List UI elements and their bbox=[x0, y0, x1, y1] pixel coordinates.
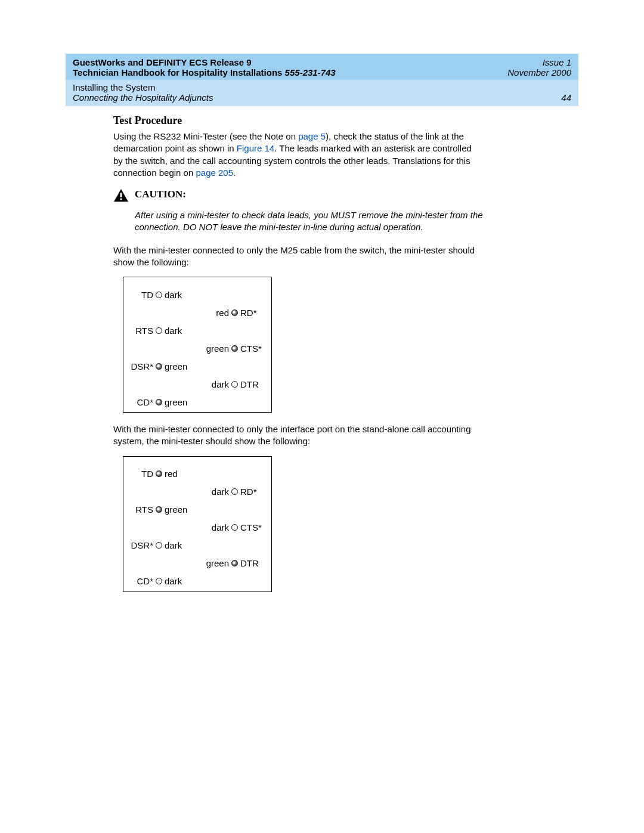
t1-r0-pin: RD* bbox=[240, 308, 265, 318]
svg-rect-1 bbox=[120, 193, 122, 197]
t2-left-0: TD red bbox=[129, 469, 195, 479]
led-icon bbox=[156, 399, 162, 405]
t2-l1-state: green bbox=[165, 504, 187, 515]
t1-l3-pin: CD* bbox=[129, 397, 153, 407]
t2-r1-pin: CTS* bbox=[240, 522, 265, 532]
title-line1: GuestWorks and DEFINITY ECS Release 9 bbox=[73, 57, 336, 67]
title-line2: Technician Handbook for Hospitality Inst… bbox=[73, 67, 336, 78]
t2-l2-state: dark bbox=[165, 540, 182, 550]
t2-r0-pin: RD* bbox=[240, 487, 265, 497]
banner-top: GuestWorks and DEFINITY ECS Release 9 Te… bbox=[66, 54, 578, 80]
caution-icon bbox=[113, 188, 129, 205]
intro-paragraph: Using the RS232 Mini-Tester (see the Not… bbox=[113, 131, 483, 179]
t1-left-1: RTS dark bbox=[129, 326, 195, 336]
t2-l3-pin: CD* bbox=[129, 576, 153, 586]
para1-d: . bbox=[233, 168, 236, 178]
link-page-205[interactable]: page 205 bbox=[196, 168, 233, 178]
led-icon bbox=[231, 524, 238, 531]
t2-l1-pin: RTS bbox=[129, 504, 153, 515]
t2-r0-state: dark bbox=[212, 487, 229, 497]
t2-l3-state: dark bbox=[165, 576, 182, 586]
led-icon bbox=[156, 578, 162, 584]
t1-right-0: red RD* bbox=[200, 308, 265, 318]
t2-r2-pin: DTR bbox=[240, 558, 265, 568]
led-icon bbox=[156, 470, 162, 477]
t1-l1-state: dark bbox=[165, 326, 182, 336]
t2-left-2: DSR* dark bbox=[129, 540, 195, 550]
date-label: November 2000 bbox=[507, 67, 571, 78]
caution-title: CAUTION: bbox=[135, 188, 186, 200]
t1-left-2: DSR* green bbox=[129, 361, 195, 371]
led-icon bbox=[231, 488, 238, 495]
t2-l0-state: red bbox=[165, 469, 178, 479]
doc-meta: Issue 1 November 2000 bbox=[507, 57, 571, 78]
t1-left-3: CD* green bbox=[129, 397, 195, 407]
led-icon bbox=[231, 560, 238, 566]
breadcrumb: Installing the System Connecting the Hos… bbox=[73, 82, 213, 103]
t2-l0-pin: TD bbox=[129, 469, 153, 479]
page-number: 44 bbox=[561, 92, 571, 103]
section-sub: Connecting the Hospitality Adjuncts bbox=[73, 92, 213, 103]
t1-l2-state: green bbox=[165, 361, 187, 371]
led-icon bbox=[156, 292, 162, 298]
led-icon bbox=[156, 363, 162, 370]
t1-l1-pin: RTS bbox=[129, 326, 153, 336]
banner-bottom: Installing the System Connecting the Hos… bbox=[66, 80, 578, 106]
section-top: Installing the System bbox=[73, 82, 213, 92]
doc-header-banner: GuestWorks and DEFINITY ECS Release 9 Te… bbox=[66, 54, 578, 106]
link-figure-14[interactable]: Figure 14 bbox=[237, 143, 274, 153]
doc-title: GuestWorks and DEFINITY ECS Release 9 Te… bbox=[73, 57, 336, 78]
t2-r2-state: green bbox=[206, 558, 229, 568]
content: Test Procedure Using the RS232 Mini-Test… bbox=[113, 114, 483, 592]
t1-r2-state: dark bbox=[212, 379, 229, 389]
tester1-intro: With the mini-tester connected to only t… bbox=[113, 244, 483, 269]
t1-l3-state: green bbox=[165, 397, 187, 407]
issue-label: Issue 1 bbox=[507, 57, 571, 67]
para1-a: Using the RS232 Mini-Tester (see the Not… bbox=[113, 131, 298, 141]
link-page-5[interactable]: page 5 bbox=[298, 131, 326, 141]
t1-l2-pin: DSR* bbox=[129, 361, 153, 371]
led-icon bbox=[231, 309, 238, 316]
t1-r2-pin: DTR bbox=[240, 379, 265, 389]
led-icon bbox=[231, 381, 238, 388]
t2-left-3: CD* dark bbox=[129, 576, 195, 586]
t1-l0-state: dark bbox=[165, 290, 182, 300]
t1-left-0: TD dark bbox=[129, 290, 195, 300]
doc-number: 555-231-743 bbox=[285, 67, 336, 78]
tester2-intro: With the mini-tester connected to only t… bbox=[113, 423, 483, 448]
t1-l0-pin: TD bbox=[129, 290, 153, 300]
title-line2-text: Technician Handbook for Hospitality Inst… bbox=[73, 67, 285, 78]
tester-diagram-2: TD red dark RD* RTS green bbox=[123, 456, 272, 592]
t1-right-1: green CTS* bbox=[200, 343, 265, 354]
caution-block: CAUTION: bbox=[113, 188, 483, 205]
t2-right-2: green DTR bbox=[200, 558, 265, 568]
t2-left-1: RTS green bbox=[129, 504, 195, 515]
t1-r0-state: red bbox=[216, 308, 229, 318]
heading-test-procedure: Test Procedure bbox=[113, 114, 483, 127]
caution-text: After using a mini-tester to check data … bbox=[135, 209, 483, 234]
svg-rect-2 bbox=[120, 199, 122, 200]
led-icon bbox=[156, 542, 162, 549]
led-icon bbox=[231, 345, 238, 352]
t2-right-1: dark CTS* bbox=[200, 522, 265, 532]
t2-right-0: dark RD* bbox=[200, 487, 265, 497]
t1-r1-pin: CTS* bbox=[240, 343, 265, 354]
page: GuestWorks and DEFINITY ECS Release 9 Te… bbox=[0, 0, 644, 592]
led-icon bbox=[156, 506, 162, 513]
t1-right-2: dark DTR bbox=[200, 379, 265, 389]
led-icon bbox=[156, 327, 162, 334]
t1-r1-state: green bbox=[206, 343, 229, 354]
t2-l2-pin: DSR* bbox=[129, 540, 153, 550]
t2-r1-state: dark bbox=[212, 522, 229, 532]
tester-diagram-1: TD dark red RD* RTS dark bbox=[123, 277, 272, 413]
